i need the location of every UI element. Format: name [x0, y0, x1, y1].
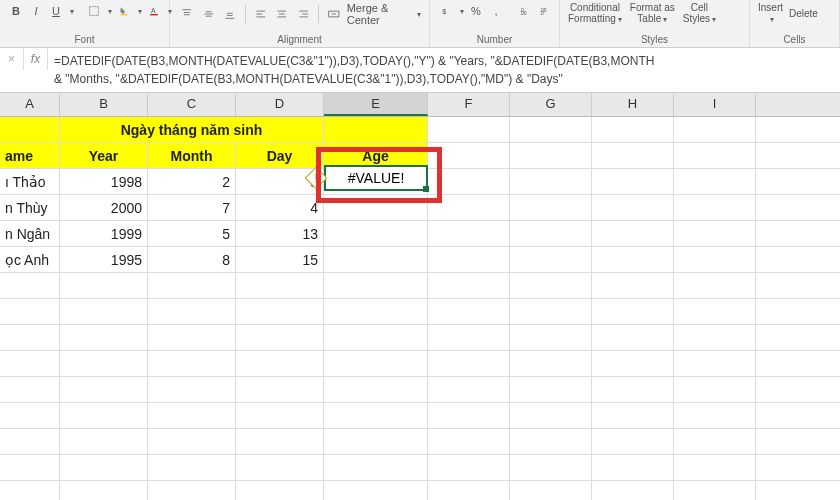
cell-day[interactable]: 15 — [236, 247, 324, 272]
align-right-button[interactable] — [295, 5, 313, 23]
formula-bar: × fx =DATEDIF(DATE(B3,MONTH(DATEVALUE(C3… — [0, 48, 840, 93]
cell[interactable] — [510, 143, 592, 168]
header-birth-title[interactable]: Ngày tháng năm sinh — [60, 117, 324, 142]
cell-month[interactable]: 8 — [148, 247, 236, 272]
cell[interactable] — [428, 221, 510, 246]
col-header-e[interactable]: E — [324, 93, 428, 116]
cell[interactable] — [592, 117, 674, 142]
cell-year[interactable]: 1995 — [60, 247, 148, 272]
cell-age[interactable] — [324, 169, 428, 194]
currency-dropdown[interactable]: ▾ — [460, 7, 464, 16]
insert-button[interactable]: Insert▾ — [758, 2, 783, 24]
cell-day[interactable]: 13 — [236, 221, 324, 246]
bold-button[interactable]: B — [8, 2, 24, 20]
cell-name[interactable]: ı Thảo — [0, 169, 60, 194]
italic-button[interactable]: I — [28, 2, 44, 20]
cell-year[interactable]: 1998 — [60, 169, 148, 194]
col-header-c[interactable]: C — [148, 93, 236, 116]
cell[interactable] — [592, 247, 674, 272]
align-top-button[interactable] — [178, 5, 196, 23]
cell-year[interactable]: 1999 — [60, 221, 148, 246]
cell[interactable] — [510, 117, 592, 142]
cell-age[interactable] — [324, 221, 428, 246]
cell-month[interactable]: 7 — [148, 195, 236, 220]
decrease-decimal-button[interactable]: .00.0 — [536, 2, 552, 20]
table-row — [0, 429, 840, 455]
delete-button[interactable]: Delete — [789, 8, 818, 19]
underline-button[interactable]: U — [48, 2, 64, 20]
svg-rect-1 — [120, 14, 128, 15]
border-dropdown[interactable]: ▾ — [108, 7, 112, 16]
header-year[interactable]: Year — [60, 143, 148, 168]
header-age[interactable]: Age — [324, 143, 428, 168]
cell[interactable] — [592, 221, 674, 246]
currency-button[interactable]: $ — [438, 2, 454, 20]
cell[interactable] — [0, 117, 60, 142]
cells-group-label: Cells — [758, 34, 831, 45]
cell[interactable] — [674, 221, 756, 246]
align-bottom-button[interactable] — [221, 5, 239, 23]
cell[interactable] — [428, 143, 510, 168]
table-row — [0, 299, 840, 325]
cell-name[interactable]: n Ngân — [0, 221, 60, 246]
col-header-a[interactable]: A — [0, 93, 60, 116]
font-color-button[interactable]: A — [146, 2, 162, 20]
col-header-f[interactable]: F — [428, 93, 510, 116]
cell-month[interactable]: 5 — [148, 221, 236, 246]
cell[interactable] — [674, 169, 756, 194]
conditional-formatting-button[interactable]: Conditional Formatting▾ — [568, 2, 622, 25]
formula-input[interactable]: =DATEDIF(DATE(B3,MONTH(DATEVALUE(C3&"1")… — [48, 48, 840, 92]
merge-center-button[interactable] — [325, 5, 343, 23]
cell-month[interactable]: 2 — [148, 169, 236, 194]
col-header-d[interactable]: D — [236, 93, 324, 116]
cell[interactable] — [592, 169, 674, 194]
cell[interactable] — [674, 117, 756, 142]
cell[interactable] — [510, 169, 592, 194]
col-header-i[interactable]: I — [674, 93, 756, 116]
cell[interactable] — [428, 195, 510, 220]
cell-name[interactable]: ọc Anh — [0, 247, 60, 272]
spreadsheet-grid[interactable]: A B C D E F G H I Ngày tháng năm sinh am… — [0, 93, 840, 500]
cell-day[interactable]: 4 — [236, 195, 324, 220]
underline-dropdown[interactable]: ▾ — [70, 7, 74, 16]
align-middle-button[interactable] — [200, 5, 218, 23]
fill-dropdown[interactable]: ▾ — [138, 7, 142, 16]
formula-cancel-button[interactable]: × — [0, 48, 24, 70]
header-name[interactable]: ame — [0, 143, 60, 168]
font-group-label: Font — [8, 34, 161, 45]
format-as-table-button[interactable]: Format as Table▾ — [630, 2, 675, 25]
merge-dropdown[interactable]: ▾ — [417, 10, 421, 19]
table-row — [0, 403, 840, 429]
cell[interactable] — [674, 143, 756, 168]
align-center-button[interactable] — [273, 5, 291, 23]
percent-button[interactable]: % — [468, 2, 484, 20]
cell[interactable] — [428, 247, 510, 272]
cell-name[interactable]: n Thùy — [0, 195, 60, 220]
cell[interactable] — [510, 195, 592, 220]
cell[interactable] — [510, 221, 592, 246]
cell[interactable] — [510, 247, 592, 272]
cell[interactable] — [428, 117, 510, 142]
align-left-button[interactable] — [252, 5, 270, 23]
table-row — [0, 325, 840, 351]
col-header-h[interactable]: H — [592, 93, 674, 116]
cell[interactable] — [428, 169, 510, 194]
cell[interactable] — [592, 195, 674, 220]
increase-decimal-button[interactable]: .0.00 — [516, 2, 532, 20]
header-age-top[interactable] — [324, 117, 428, 142]
border-button[interactable] — [86, 2, 102, 20]
cell[interactable] — [674, 195, 756, 220]
cell[interactable] — [592, 143, 674, 168]
cell-styles-button[interactable]: Cell Styles▾ — [683, 2, 716, 25]
cell-age[interactable] — [324, 247, 428, 272]
cell-age[interactable] — [324, 195, 428, 220]
header-month[interactable]: Month — [148, 143, 236, 168]
comma-button[interactable]: , — [488, 2, 504, 20]
col-header-g[interactable]: G — [510, 93, 592, 116]
col-header-b[interactable]: B — [60, 93, 148, 116]
fx-icon[interactable]: fx — [24, 48, 48, 70]
header-day[interactable]: Day — [236, 143, 324, 168]
fill-color-button[interactable] — [116, 2, 132, 20]
cell[interactable] — [674, 247, 756, 272]
cell-year[interactable]: 2000 — [60, 195, 148, 220]
